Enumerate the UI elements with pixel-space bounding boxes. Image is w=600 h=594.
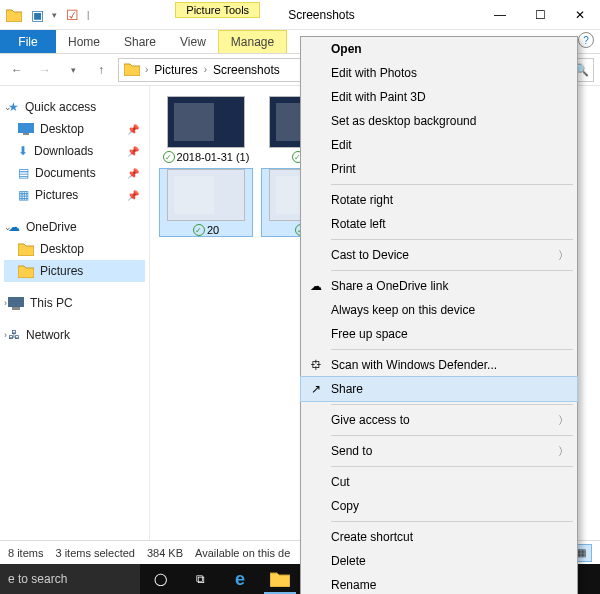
menu-item[interactable]: Send to〉 xyxy=(301,439,577,463)
menu-item-label: Rotate left xyxy=(331,217,386,231)
menu-separator xyxy=(331,466,573,467)
sidebar-item-od-desktop[interactable]: Desktop xyxy=(4,238,145,260)
downloads-icon: ⬇ xyxy=(18,144,28,158)
sidebar-onedrive[interactable]: ⌄ ☁ OneDrive xyxy=(4,216,145,238)
up-button[interactable]: ↑ xyxy=(90,59,112,81)
svg-rect-0 xyxy=(18,123,34,133)
qat-checkbox-icon[interactable]: ☑ xyxy=(61,4,83,26)
chevron-down-icon: ▾ xyxy=(50,10,59,20)
menu-item[interactable]: ↗Share xyxy=(301,377,577,401)
menu-item[interactable]: Rename xyxy=(301,573,577,594)
sidebar-item-label: Downloads xyxy=(34,144,93,158)
expand-icon[interactable]: ⌄ xyxy=(4,102,12,112)
qat-properties-button[interactable]: ▣ xyxy=(26,4,48,26)
cortana-button[interactable]: ◯ xyxy=(140,564,180,594)
menu-item-label: Cast to Device xyxy=(331,248,409,262)
status-size: 384 KB xyxy=(147,547,183,559)
taskbar-search[interactable]: e to search xyxy=(0,564,140,594)
menu-item[interactable]: Delete xyxy=(301,549,577,573)
file-tab[interactable]: File xyxy=(0,30,56,53)
menu-item[interactable]: Always keep on this device xyxy=(301,298,577,322)
sidebar-thispc[interactable]: › This PC xyxy=(4,292,145,314)
menu-item-label: Free up space xyxy=(331,327,408,341)
sync-status-icon: ✓ xyxy=(193,224,205,236)
file-label: ✓2018-01-31 (1) xyxy=(163,151,250,163)
menu-item-label: Rotate right xyxy=(331,193,393,207)
pin-icon: 📌 xyxy=(127,168,139,179)
forward-button[interactable]: → xyxy=(34,59,56,81)
pin-icon: 📌 xyxy=(127,190,139,201)
breadcrumb-pictures[interactable]: Pictures xyxy=(152,63,199,77)
close-button[interactable]: ✕ xyxy=(560,0,600,29)
expand-icon[interactable]: › xyxy=(4,330,7,340)
maximize-button[interactable]: ☐ xyxy=(520,0,560,29)
sidebar-item-label: This PC xyxy=(30,296,73,310)
file-label: ✓20 xyxy=(193,224,219,236)
task-view-button[interactable]: ⧉ xyxy=(180,564,220,594)
sidebar-item-label: Documents xyxy=(35,166,96,180)
menu-item[interactable]: Edit xyxy=(301,133,577,157)
sidebar-item-documents[interactable]: ▤ Documents 📌 xyxy=(4,162,145,184)
sidebar-item-pictures[interactable]: ▦ Pictures 📌 xyxy=(4,184,145,206)
share-tab[interactable]: Share xyxy=(112,30,168,53)
file-thumbnail[interactable]: ✓2018-01-31 (1) xyxy=(160,96,252,163)
folder-icon xyxy=(18,265,34,278)
recent-locations-button[interactable]: ▾ xyxy=(62,59,84,81)
menu-separator xyxy=(331,239,573,240)
menu-item[interactable]: Edit with Photos xyxy=(301,61,577,85)
sidebar-quick-access[interactable]: ⌄ ★ Quick access xyxy=(4,96,145,118)
sidebar-item-desktop[interactable]: Desktop 📌 xyxy=(4,118,145,140)
breadcrumb-screenshots[interactable]: Screenshots xyxy=(211,63,282,77)
help-button[interactable]: ? xyxy=(578,32,594,48)
folder-icon xyxy=(270,571,290,587)
sync-status-icon: ✓ xyxy=(163,151,175,163)
menu-item[interactable]: Give access to〉 xyxy=(301,408,577,432)
menu-item[interactable]: Free up space xyxy=(301,322,577,346)
sidebar-network[interactable]: › 🖧 Network xyxy=(4,324,145,346)
menu-item-label: Delete xyxy=(331,554,366,568)
chevron-right-icon[interactable]: › xyxy=(204,64,207,75)
sidebar-item-downloads[interactable]: ⬇ Downloads 📌 xyxy=(4,140,145,162)
menu-item-label: Set as desktop background xyxy=(331,114,476,128)
menu-item[interactable]: Copy xyxy=(301,494,577,518)
sidebar-item-od-pictures[interactable]: Pictures xyxy=(4,260,145,282)
menu-item[interactable]: Cast to Device〉 xyxy=(301,243,577,267)
expand-icon[interactable]: › xyxy=(4,298,7,308)
context-menu: OpenEdit with PhotosEdit with Paint 3DSe… xyxy=(300,36,578,594)
menu-item[interactable]: Open xyxy=(301,37,577,61)
edge-button[interactable]: e xyxy=(220,564,260,594)
menu-item-label: Print xyxy=(331,162,356,176)
manage-tab[interactable]: Manage xyxy=(218,30,287,53)
menu-item[interactable]: ⯐Scan with Windows Defender... xyxy=(301,353,577,377)
menu-item-label: Always keep on this device xyxy=(331,303,475,317)
menu-item[interactable]: Edit with Paint 3D xyxy=(301,85,577,109)
menu-item[interactable]: Create shortcut xyxy=(301,525,577,549)
menu-item[interactable]: Cut xyxy=(301,470,577,494)
menu-item[interactable]: Print xyxy=(301,157,577,181)
menu-item[interactable]: Rotate left xyxy=(301,212,577,236)
file-thumbnail[interactable]: ✓20 xyxy=(160,169,252,236)
menu-item-label: Create shortcut xyxy=(331,530,413,544)
window-controls: ― ☐ ✕ xyxy=(480,0,600,29)
menu-item[interactable]: Rotate right xyxy=(301,188,577,212)
menu-separator xyxy=(331,521,573,522)
menu-item[interactable]: ☁Share a OneDrive link xyxy=(301,274,577,298)
chevron-right-icon[interactable]: › xyxy=(145,64,148,75)
explorer-button[interactable] xyxy=(260,564,300,594)
desktop-icon xyxy=(18,123,34,135)
sidebar-item-label: Quick access xyxy=(25,100,96,114)
minimize-button[interactable]: ― xyxy=(480,0,520,29)
sidebar-item-label: Desktop xyxy=(40,242,84,256)
home-tab[interactable]: Home xyxy=(56,30,112,53)
menu-item-label: Edit with Photos xyxy=(331,66,417,80)
thumbnail-image xyxy=(167,96,245,148)
menu-item-label: Send to xyxy=(331,444,372,458)
menu-item[interactable]: Set as desktop background xyxy=(301,109,577,133)
menu-item-label: Copy xyxy=(331,499,359,513)
back-button[interactable]: ← xyxy=(6,59,28,81)
menu-item-label: Edit xyxy=(331,138,352,152)
svg-rect-2 xyxy=(8,297,24,307)
menu-separator xyxy=(331,435,573,436)
expand-icon[interactable]: ⌄ xyxy=(4,222,12,232)
view-tab[interactable]: View xyxy=(168,30,218,53)
